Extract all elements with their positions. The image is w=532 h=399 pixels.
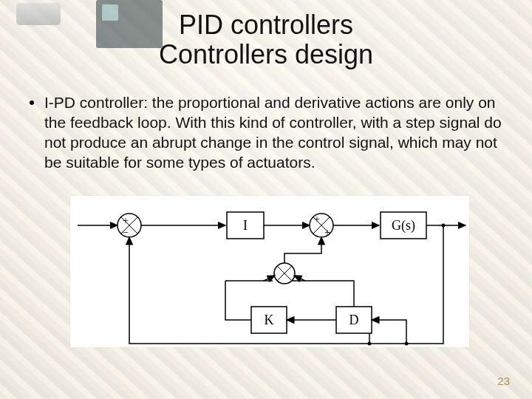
block-plant-label: G(s) xyxy=(392,218,415,233)
sum1-minus: − xyxy=(123,227,129,238)
title-line-1: PID controllers xyxy=(0,10,532,40)
svg-point-12 xyxy=(405,342,409,346)
page-number: 23 xyxy=(497,375,510,387)
svg-line-17 xyxy=(264,276,275,281)
block-diagram: + − I + + G(s) xyxy=(70,196,469,347)
sum2-plus-left: + xyxy=(314,214,320,225)
svg-line-18 xyxy=(294,276,305,281)
sum2-plus-bottom: + xyxy=(324,227,330,238)
slide: PID controllers Controllers design I-PD … xyxy=(0,0,532,399)
bullet-text: I-PD controller: the proportional and de… xyxy=(44,93,502,173)
diagram-svg: + − I + + G(s) xyxy=(70,196,469,347)
slide-title: PID controllers Controllers design xyxy=(0,10,532,70)
block-integrator-label: I xyxy=(243,218,248,233)
title-line-2: Controllers design xyxy=(0,40,532,69)
block-proportional-label: K xyxy=(265,313,274,327)
bullet-dot-icon xyxy=(30,100,34,105)
sum1-plus: + xyxy=(123,215,129,226)
block-derivative-label: D xyxy=(349,313,359,327)
bullet-item: I-PD controller: the proportional and de… xyxy=(30,93,502,173)
body-text: I-PD controller: the proportional and de… xyxy=(30,93,502,173)
